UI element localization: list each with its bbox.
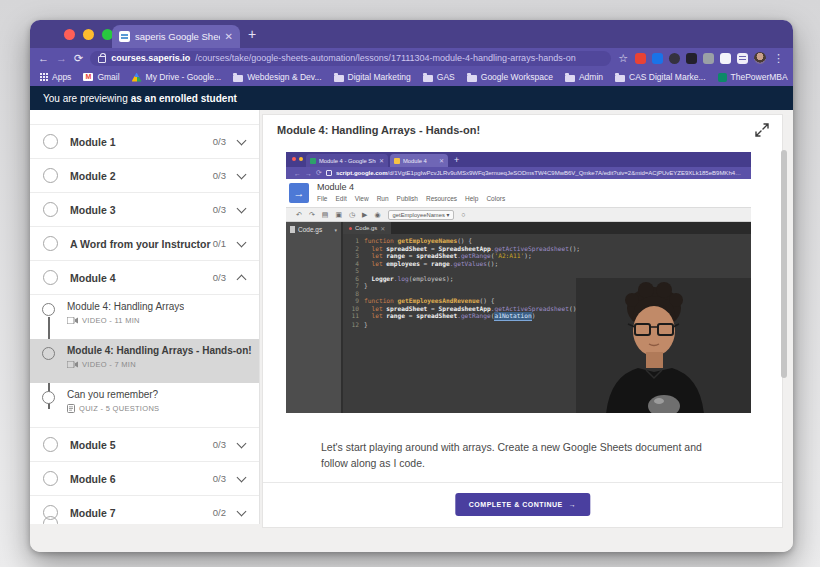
new-tab-button[interactable]: + — [248, 26, 256, 42]
chevron-down-icon[interactable] — [237, 472, 247, 482]
profile-avatar[interactable] — [754, 52, 766, 64]
video-player[interactable]: Module 4 - Google Sheets ✕ Module 4 ✕ + … — [286, 152, 751, 413]
bookmark-drive[interactable]: My Drive - Google... — [132, 72, 222, 82]
sidebar-item-module-5[interactable]: Module 5 0/3 — [30, 428, 259, 462]
progress-count: 0/3 — [213, 170, 226, 181]
lesson-header: Module 4: Handling Arrays - Hands-on! — [263, 115, 782, 149]
browser-tab[interactable]: saperis Google Sheets automa ✕ — [112, 25, 240, 48]
lesson-handling-arrays[interactable]: Module 4: Handling Arrays VIDEO - 11 MIN — [30, 295, 259, 339]
recorded-tab-script: Module 4 ✕ — [390, 154, 448, 167]
folder-icon — [334, 75, 344, 82]
progress-circle-icon — [43, 437, 58, 452]
file-item-codegs: Code.gs ▾ — [286, 222, 341, 233]
quiz-icon — [67, 404, 75, 413]
back-icon[interactable]: ← — [38, 53, 49, 64]
bookmark-powermba[interactable]: ThePowerMBA — [718, 72, 788, 82]
bookmark-folder[interactable]: CAS Digital Marke... — [615, 72, 706, 82]
video-icon — [67, 317, 78, 324]
chevron-down-icon[interactable] — [237, 237, 247, 247]
page-scrollbar-thumb[interactable] — [781, 150, 787, 378]
bookmark-star-icon[interactable]: ☆ — [618, 52, 628, 65]
chrome-menu-icon[interactable]: ⋮ — [773, 52, 785, 65]
progress-count: 0/2 — [213, 507, 226, 518]
lesson-progress-circle-icon — [42, 391, 55, 404]
code-line: 4 let employees = range.getValues(); — [343, 260, 751, 268]
url-field[interactable]: courses.saperis.io/courses/take/google-s… — [90, 51, 611, 66]
progress-circle-icon — [43, 270, 58, 285]
url-path: /courses/take/google-sheets-automation/l… — [195, 53, 575, 63]
bookmark-folder[interactable]: Admin — [565, 72, 603, 82]
reload-icon[interactable]: ⟳ — [74, 53, 83, 64]
fullscreen-expand-icon[interactable] — [754, 122, 770, 138]
menu-edit: Edit — [335, 195, 346, 202]
minimize-window-button[interactable] — [83, 29, 94, 40]
extension-icon[interactable] — [669, 53, 680, 64]
function-select: getEmployeeNames ▾ — [388, 210, 455, 220]
menu-colors: Colors — [486, 195, 505, 202]
bookmark-gmail[interactable]: MGmail — [83, 72, 119, 82]
arrow-right-icon: → — [569, 501, 577, 508]
progress-circle-icon — [43, 516, 58, 524]
url-domain: courses.saperis.io — [111, 53, 190, 63]
chevron-down-icon[interactable] — [237, 203, 247, 213]
extension-icon[interactable] — [703, 53, 714, 64]
extensions-puzzle-icon[interactable] — [720, 53, 731, 64]
sidebar-item-module-4[interactable]: Module 4 0/3 — [30, 261, 259, 295]
sidebar-item-module-1[interactable]: Module 1 0/3 — [30, 124, 259, 159]
recorded-browser-titlebar: Module 4 - Google Sheets ✕ Module 4 ✕ + — [286, 152, 751, 167]
chevron-up-icon[interactable] — [237, 274, 247, 284]
progress-circle-icon — [43, 236, 58, 251]
bookmark-folder[interactable]: GAS — [423, 72, 455, 82]
sidebar-item-instructor-word[interactable]: A Word from your Instructor 0/1 — [30, 227, 259, 261]
script-logo-icon: → — [289, 183, 309, 203]
progress-circle-icon — [43, 202, 58, 217]
undo-icon: ↶ — [296, 211, 302, 219]
run-icon: ▶ — [362, 211, 367, 219]
extension-icon[interactable] — [737, 53, 748, 64]
curriculum-sidebar: Module 1 0/3 Module 2 0/3 Module 3 0/3 — [30, 110, 260, 524]
debug-icon: ◉ — [375, 211, 381, 219]
chevron-down-icon[interactable] — [237, 506, 247, 516]
bookmark-folder[interactable]: Google Workspace — [467, 72, 553, 82]
extension-icon[interactable] — [635, 53, 646, 64]
apps-grid-icon — [40, 73, 42, 75]
chevron-down-icon[interactable] — [237, 169, 247, 179]
progress-circle-icon — [43, 168, 58, 183]
close-window-button[interactable] — [64, 29, 75, 40]
menu-resources: Resources — [426, 195, 457, 202]
recorded-tab-sheets: Module 4 - Google Sheets ✕ — [306, 154, 388, 167]
drive-icon — [132, 73, 142, 82]
lesson-quiz-can-you-remember[interactable]: Can you remember? QUIZ - 5 QUESTIONS — [30, 383, 259, 427]
editor-tab-bar: Code.gs ✕ — [343, 222, 751, 234]
forward-icon[interactable]: → — [56, 53, 67, 64]
sidebar-item-module-3[interactable]: Module 3 0/3 — [30, 193, 259, 227]
lesson-description: Let's start playing around with arrays. … — [321, 439, 723, 472]
sidebar-item-module-2[interactable]: Module 2 0/3 — [30, 159, 259, 193]
lightbulb-icon: ○ — [461, 211, 465, 218]
browser-window: saperis Google Sheets automa ✕ + ← → ⟳ c… — [30, 20, 793, 552]
progress-count: 0/1 — [213, 238, 226, 249]
bookmark-folder[interactable]: Digital Marketing — [334, 72, 411, 82]
menu-publish: Publish — [397, 195, 418, 202]
lesson-handling-arrays-hands-on[interactable]: Module 4: Handling Arrays - Hands-on! VI… — [30, 339, 259, 383]
editor-tab-codegs: Code.gs ✕ — [343, 222, 391, 234]
sidebar-item-module-7[interactable]: Module 7 0/2 — [30, 496, 259, 524]
script-toolbar: ↶ ↷ ▤ ▣ ◷ ▶ ◉ getEmployeeNames ▾ ○ — [286, 207, 751, 222]
tab-favicon-icon — [119, 31, 130, 42]
browser-titlebar: saperis Google Sheets automa ✕ + — [30, 20, 793, 48]
extension-icon[interactable] — [652, 53, 663, 64]
bookmark-apps[interactable]: Apps — [40, 72, 71, 82]
bookmark-folder[interactable]: Webdesign & Dev... — [233, 72, 321, 82]
chevron-down-icon[interactable] — [237, 135, 247, 145]
gmail-icon: M — [83, 73, 93, 81]
recorded-new-tab-icon: + — [454, 155, 459, 165]
progress-count: 0/3 — [213, 439, 226, 450]
save-icon: ▣ — [335, 211, 342, 219]
tab-close-icon[interactable]: ✕ — [225, 31, 233, 42]
sheets-icon — [310, 158, 316, 164]
complete-continue-button[interactable]: COMPLETE & CONTINUE→ — [455, 493, 590, 516]
chevron-down-icon[interactable] — [237, 438, 247, 448]
extension-icon[interactable] — [686, 53, 697, 64]
recorded-minimize-icon — [299, 157, 303, 161]
sidebar-item-module-6[interactable]: Module 6 0/3 — [30, 462, 259, 496]
